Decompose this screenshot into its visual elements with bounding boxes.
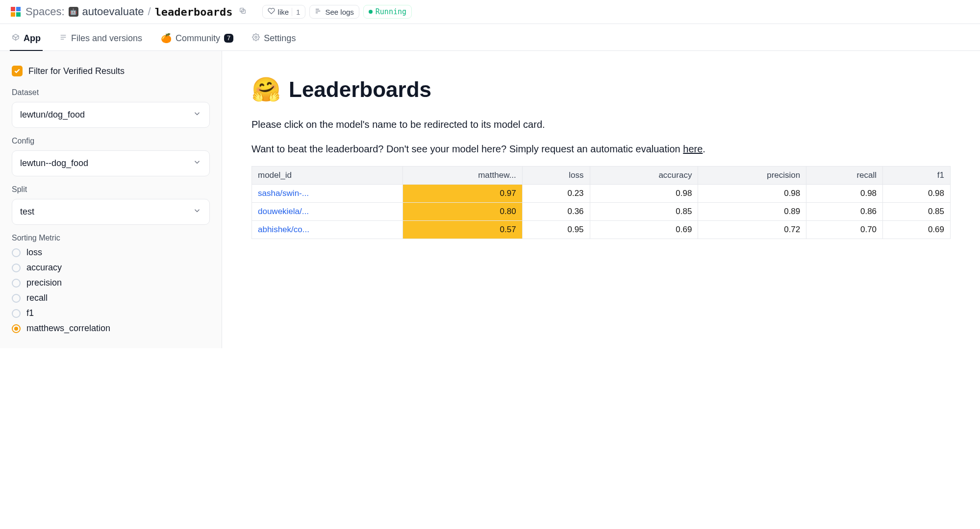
chevron-down-icon bbox=[193, 206, 201, 217]
sorting-metric-label: Sorting Metric bbox=[12, 234, 210, 242]
table-header[interactable]: model_id bbox=[252, 167, 403, 185]
cell-accuracy: 0.98 bbox=[590, 185, 698, 203]
radio-icon bbox=[12, 264, 21, 272]
gear-icon bbox=[252, 33, 260, 44]
description-2: Want to beat the leaderboard? Don't see … bbox=[251, 142, 951, 156]
sorting-metric-option[interactable]: accuracy bbox=[12, 263, 210, 273]
running-label: Running bbox=[376, 7, 406, 16]
running-dot-icon bbox=[369, 10, 373, 14]
cell-f1: 0.85 bbox=[883, 203, 951, 221]
hugging-face-icon: 🤗 bbox=[251, 75, 281, 103]
repo-link[interactable]: leaderboards bbox=[155, 6, 233, 18]
radio-label: precision bbox=[26, 278, 62, 288]
tab-app[interactable]: App bbox=[10, 28, 43, 50]
dataset-label: Dataset bbox=[12, 88, 210, 97]
table-header[interactable]: recall bbox=[806, 167, 883, 185]
radio-label: loss bbox=[26, 247, 42, 258]
model-link[interactable]: abhishek/co... bbox=[252, 221, 403, 239]
sorting-metric-option[interactable]: recall bbox=[12, 293, 210, 303]
cell-accuracy: 0.69 bbox=[590, 221, 698, 239]
copy-icon[interactable] bbox=[237, 6, 249, 18]
split-label: Split bbox=[12, 185, 210, 194]
here-link[interactable]: here bbox=[683, 144, 703, 154]
chevron-down-icon bbox=[193, 158, 201, 169]
filter-verified-label: Filter for Verified Results bbox=[28, 66, 125, 76]
cell-mcc: 0.80 bbox=[403, 203, 522, 221]
table-header[interactable]: matthew... bbox=[403, 167, 522, 185]
model-link[interactable]: douwekiela/... bbox=[252, 203, 403, 221]
config-select[interactable]: lewtun--dog_food bbox=[12, 150, 210, 176]
chevron-down-icon bbox=[193, 109, 201, 120]
model-link[interactable]: sasha/swin-... bbox=[252, 185, 403, 203]
see-logs-label: See logs bbox=[325, 8, 353, 16]
cell-mcc: 0.57 bbox=[403, 221, 522, 239]
tab-app-label: App bbox=[24, 33, 41, 44]
files-icon bbox=[59, 33, 67, 44]
radio-icon bbox=[12, 309, 21, 318]
page-title-row: 🤗 Leaderboards bbox=[251, 75, 951, 103]
like-count: 1 bbox=[292, 8, 300, 16]
radio-icon bbox=[12, 324, 21, 333]
sorting-metric-option[interactable]: matthews_correlation bbox=[12, 323, 210, 334]
page-title: Leaderboards bbox=[289, 77, 431, 102]
hf-logo-icon bbox=[10, 6, 22, 18]
table-header[interactable]: loss bbox=[522, 167, 590, 185]
description-1: Please click on the model's name to be r… bbox=[251, 117, 951, 132]
path-separator: / bbox=[148, 5, 151, 18]
owner-avatar-icon: 🤖 bbox=[69, 7, 78, 17]
sidebar: Filter for Verified Results Dataset lewt… bbox=[0, 51, 222, 348]
spaces-label: Spaces: bbox=[25, 5, 65, 18]
radio-label: matthews_correlation bbox=[26, 323, 110, 334]
tab-settings-label: Settings bbox=[264, 33, 296, 44]
cell-precision: 0.98 bbox=[698, 185, 806, 203]
sorting-metric-option[interactable]: precision bbox=[12, 278, 210, 288]
cell-loss: 0.95 bbox=[522, 221, 590, 239]
table-row: douwekiela/...0.800.360.850.890.860.85 bbox=[252, 203, 951, 221]
dataset-select[interactable]: lewtun/dog_food bbox=[12, 102, 210, 128]
cell-recall: 0.98 bbox=[806, 185, 883, 203]
radio-label: f1 bbox=[26, 308, 34, 318]
like-label: like bbox=[278, 8, 289, 16]
table-header[interactable]: precision bbox=[698, 167, 806, 185]
cell-loss: 0.23 bbox=[522, 185, 590, 203]
see-logs-button[interactable]: See logs bbox=[309, 5, 359, 19]
cell-loss: 0.36 bbox=[522, 203, 590, 221]
logs-icon bbox=[315, 7, 322, 16]
desc2-post: . bbox=[703, 144, 705, 154]
table-row: sasha/swin-...0.970.230.980.980.980.98 bbox=[252, 185, 951, 203]
radio-icon bbox=[12, 248, 21, 257]
radio-label: recall bbox=[26, 293, 48, 303]
sorting-metric-option[interactable]: f1 bbox=[12, 308, 210, 318]
dataset-value: lewtun/dog_food bbox=[20, 110, 85, 120]
tab-community[interactable]: 🍊 Community 7 bbox=[159, 28, 235, 50]
owner-link[interactable]: autoevaluate bbox=[82, 5, 144, 18]
tab-files[interactable]: Files and versions bbox=[57, 28, 144, 50]
split-value: test bbox=[20, 207, 34, 217]
tab-files-label: Files and versions bbox=[71, 33, 142, 44]
svg-rect-1 bbox=[16, 7, 21, 11]
radio-icon bbox=[12, 294, 21, 303]
table-row: abhishek/co...0.570.950.690.720.700.69 bbox=[252, 221, 951, 239]
app-body: Filter for Verified Results Dataset lewt… bbox=[0, 51, 980, 348]
desc2-pre: Want to beat the leaderboard? Don't see … bbox=[251, 144, 683, 154]
cell-f1: 0.98 bbox=[883, 185, 951, 203]
tab-community-label: Community bbox=[176, 33, 220, 44]
filter-verified-checkbox[interactable] bbox=[12, 66, 23, 76]
table-header[interactable]: f1 bbox=[883, 167, 951, 185]
table-header[interactable]: accuracy bbox=[590, 167, 698, 185]
like-button[interactable]: like 1 bbox=[262, 5, 306, 19]
filter-verified-row[interactable]: Filter for Verified Results bbox=[12, 66, 210, 76]
leaderboard-table: model_idmatthew...lossaccuracyprecisionr… bbox=[251, 166, 951, 239]
tab-settings[interactable]: Settings bbox=[250, 28, 298, 50]
main: 🤗 Leaderboards Please click on the model… bbox=[222, 51, 980, 348]
sorting-metric-group: lossaccuracyprecisionrecallf1matthews_co… bbox=[12, 247, 210, 334]
svg-rect-3 bbox=[16, 12, 21, 17]
svg-rect-0 bbox=[11, 7, 15, 11]
cube-icon bbox=[12, 33, 20, 44]
cell-precision: 0.89 bbox=[698, 203, 806, 221]
tabs: App Files and versions 🍊 Community 7 Set… bbox=[0, 24, 980, 51]
radio-icon bbox=[12, 279, 21, 288]
radio-label: accuracy bbox=[26, 263, 62, 273]
sorting-metric-option[interactable]: loss bbox=[12, 247, 210, 258]
split-select[interactable]: test bbox=[12, 199, 210, 225]
